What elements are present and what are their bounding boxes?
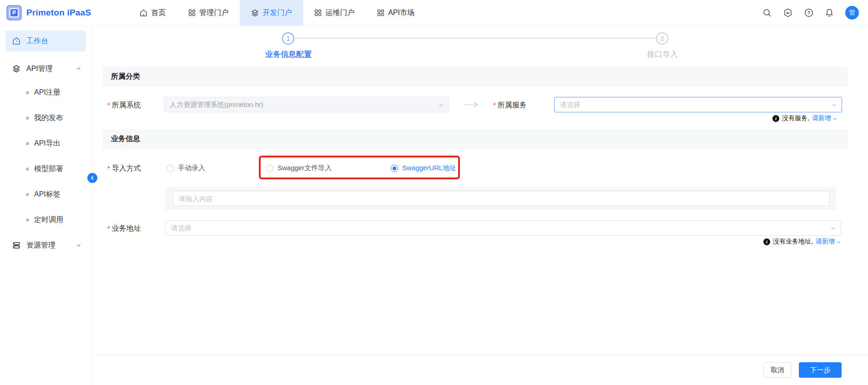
radio-icon (167, 165, 174, 172)
database-icon (12, 241, 20, 249)
system-select-value: 人力资源管理系统(primeton.hr) (170, 101, 263, 109)
chevron-down-icon (76, 243, 81, 248)
stepper-connector (295, 38, 656, 39)
add-service-link[interactable]: 请新增→ (812, 114, 838, 122)
help-icon[interactable]: ? (804, 8, 813, 17)
bullet-icon (26, 142, 29, 145)
sidebar-item-label: API标签 (34, 190, 61, 199)
nav-item-label: 开发门户 (262, 8, 292, 18)
sidebar-item-my-publish[interactable]: 我的发布 (0, 105, 91, 131)
bullet-icon (26, 193, 29, 196)
swagger-url-input[interactable] (173, 191, 830, 206)
radio-swagger-file[interactable]: Swagger文件导入 (266, 164, 332, 172)
chevron-left-icon (90, 175, 95, 181)
nav-item-home[interactable]: 首页 (128, 0, 177, 25)
radio-checked-icon (391, 165, 398, 172)
footer-bar: 取消 下一步 (92, 355, 868, 385)
grid-icon (188, 9, 196, 16)
header-actions: AI ? 管 (762, 6, 868, 20)
cancel-button[interactable]: 取消 (763, 362, 792, 378)
grid-icon (377, 9, 384, 16)
url-input-band (165, 187, 836, 210)
bullet-icon (26, 218, 29, 222)
radio-icon (266, 165, 273, 172)
info-icon: i (763, 238, 770, 245)
nav-item-api-market[interactable]: API市场 (366, 0, 426, 25)
stepper-step-1-label: 业务信息配置 (265, 49, 312, 60)
sidebar-group-label: API管理 (26, 64, 53, 74)
sidebar-item-api-register[interactable]: API注册 (0, 80, 91, 105)
service-select-placeholder: 请选择 (560, 101, 580, 109)
sidebar-item-label: 我的发布 (34, 113, 63, 123)
ai-assistant-icon[interactable]: AI (783, 8, 793, 18)
business-address-select[interactable]: 请选择 (165, 220, 841, 236)
bullet-icon (26, 117, 29, 120)
address-field-label: *业务地址 (107, 224, 141, 233)
radio-manual-entry[interactable]: 手动录入 (167, 164, 205, 172)
chevron-down-icon (830, 225, 836, 231)
main-nav: 首页 管理门户 开发门户 运维门户 API市场 (128, 0, 426, 25)
stepper-step-2-label: 接口导入 (647, 49, 678, 60)
sidebar-group-resource-management[interactable]: 资源管理 (0, 233, 91, 258)
app-title: Primeton iPaaS (26, 8, 91, 18)
sidebar-item-api-export[interactable]: API导出 (0, 131, 91, 156)
sidebar-group-api-management[interactable]: API管理 (0, 58, 91, 80)
radio-label: SwaggerURL地址 (402, 164, 456, 172)
chevron-up-icon (76, 66, 81, 71)
system-field-label: *所属系统 (107, 101, 141, 110)
nav-item-ops-portal[interactable]: 运维门户 (303, 0, 366, 25)
required-mark: * (107, 164, 110, 172)
sidebar: 工作台 API管理 API注册 我的发布 API导出 模型部署 API标签 定时… (0, 26, 92, 385)
top-header: P Primeton iPaaS 首页 管理门户 开发门户 运维门 (0, 0, 868, 26)
chevron-down-icon (831, 102, 837, 108)
hint-text: 没有业务地址, (773, 238, 813, 246)
system-select[interactable]: 人力资源管理系统(primeton.hr) (164, 97, 449, 112)
user-avatar[interactable]: 管 (845, 6, 859, 20)
address-select-placeholder: 请选择 (171, 224, 192, 233)
search-icon[interactable] (762, 8, 772, 17)
sidebar-item-api-tags[interactable]: API标签 (0, 182, 91, 207)
section-business-header: 业务信息 (103, 129, 848, 149)
sidebar-item-model-deploy[interactable]: 模型部署 (0, 156, 91, 182)
sidebar-item-workbench[interactable]: 工作台 (5, 30, 86, 51)
nav-item-label: API市场 (388, 8, 414, 18)
section-category-header: 所属分类 (103, 67, 848, 86)
logo-cube-icon: P (6, 5, 22, 20)
sidebar-item-label: 定时调用 (34, 215, 63, 225)
required-mark: * (493, 101, 496, 109)
bullet-icon (26, 167, 29, 171)
required-mark: * (107, 101, 110, 109)
required-mark: * (107, 224, 110, 232)
logo-letter: P (10, 8, 19, 17)
svg-text:AI: AI (786, 11, 790, 15)
main-content: 1 2 业务信息配置 接口导入 所属分类 *所属系统 人力资源管理系统(prim… (92, 26, 868, 385)
hint-text: 没有服务, (782, 114, 809, 122)
grid-icon (314, 9, 322, 16)
sidebar-item-label: API导出 (34, 139, 61, 148)
sidebar-group-label: 资源管理 (26, 241, 56, 250)
nav-item-dev-portal[interactable]: 开发门户 (240, 0, 303, 25)
home-icon (140, 9, 147, 17)
app-logo[interactable]: P Primeton iPaaS (6, 5, 91, 20)
nav-item-admin-portal[interactable]: 管理门户 (177, 0, 240, 25)
radio-swagger-url[interactable]: SwaggerURL地址 (391, 164, 456, 172)
service-field-label: *所属服务 (493, 101, 527, 110)
svg-text:?: ? (807, 10, 810, 15)
layers-icon (251, 9, 259, 17)
radio-label: 手动录入 (178, 164, 205, 172)
radio-label: Swagger文件导入 (278, 164, 332, 172)
sidebar-item-scheduled-call[interactable]: 定时调用 (0, 207, 91, 233)
dashed-arrow-icon (464, 101, 480, 108)
sidebar-item-label: 模型部署 (34, 164, 63, 174)
service-select[interactable]: 请选择 (554, 97, 842, 112)
sidebar-item-label: API注册 (34, 88, 61, 97)
add-address-link[interactable]: 请新增→ (816, 238, 841, 246)
notification-bell-icon[interactable] (825, 8, 834, 17)
sidebar-collapse-button[interactable] (87, 173, 97, 183)
no-service-hint: i 没有服务, 请新增→ (772, 114, 838, 122)
stepper-step-2-circle: 2 (656, 32, 668, 45)
nav-item-label: 首页 (151, 8, 166, 18)
chevron-down-icon (438, 102, 444, 108)
sidebar-item-label: 工作台 (26, 36, 48, 46)
next-step-button[interactable]: 下一步 (799, 362, 842, 378)
